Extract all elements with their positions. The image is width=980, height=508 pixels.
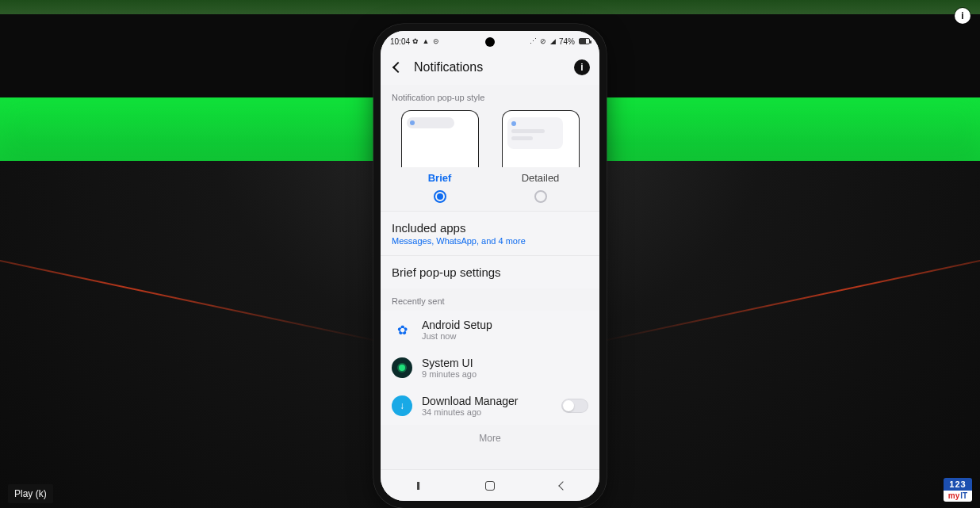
recent-item-time: Just now <box>422 331 492 341</box>
back-button[interactable] <box>389 58 408 77</box>
status-right-icons: ⋰ ⊘ ◢ <box>530 37 557 45</box>
nav-home-button[interactable] <box>474 474 506 498</box>
nav-recent-button[interactable]: III <box>401 474 433 498</box>
punch-hole-camera <box>485 37 495 47</box>
recent-item-android-setup[interactable]: ✿ Android Setup Just now <box>381 311 599 349</box>
brief-label: Brief <box>428 172 452 184</box>
recent-item-name: Download Manager <box>422 395 518 407</box>
popup-style-brief[interactable]: Brief <box>395 110 484 203</box>
detailed-radio[interactable] <box>534 190 547 203</box>
included-apps-title: Included apps <box>392 221 588 235</box>
nav-back-button[interactable] <box>547 474 579 498</box>
logo-it: IT <box>960 491 967 501</box>
recent-item-download-manager[interactable]: ↓ Download Manager 34 minutes ago <box>381 387 599 425</box>
download-icon: ↓ <box>392 395 412 416</box>
gear-icon: ✿ <box>392 319 412 340</box>
recents-icon: III <box>416 479 419 492</box>
chevron-left-icon <box>392 62 404 73</box>
detailed-preview <box>502 110 580 167</box>
back-icon <box>558 481 567 490</box>
play-tooltip: Play (k) <box>8 484 53 503</box>
video-info-card-button[interactable]: i <box>955 8 970 24</box>
channel-logo: 123 my IT <box>944 478 972 502</box>
brief-preview <box>401 110 479 167</box>
logo-my: my <box>948 491 959 501</box>
phone-screen: 10:04 ✿ ▲ ⊝ ⋰ ⊘ ◢ 74% Notifications i No… <box>381 31 599 501</box>
page-title: Notifications <box>414 60 574 74</box>
popup-style-detailed[interactable]: Detailed <box>496 110 585 203</box>
recent-more-button[interactable]: More <box>381 425 599 458</box>
recent-item-time: 9 minutes ago <box>422 369 477 379</box>
system-ui-icon <box>392 357 412 378</box>
recent-item-name: System UI <box>422 357 477 369</box>
popup-style-row: Brief Detailed <box>381 107 599 204</box>
brief-radio[interactable] <box>434 190 446 203</box>
header-info-button[interactable]: i <box>574 59 590 75</box>
recent-item-system-ui[interactable]: System UI 9 minutes ago <box>381 349 599 387</box>
brief-popup-settings-row[interactable]: Brief pop-up settings <box>381 255 599 288</box>
phone-device: 10:04 ✿ ▲ ⊝ ⋰ ⊘ ◢ 74% Notifications i No… <box>373 24 607 508</box>
background-strip <box>0 0 980 14</box>
brief-popup-settings-title: Brief pop-up settings <box>392 265 588 279</box>
included-apps-row[interactable]: Included apps Messages, WhatsApp, and 4 … <box>381 211 599 255</box>
section-recent-label: Recently sent <box>381 288 599 311</box>
android-navbar: III <box>381 469 599 501</box>
recent-item-time: 34 minutes ago <box>422 407 518 417</box>
detailed-label: Detailed <box>522 172 560 184</box>
status-time: 10:04 <box>390 37 410 46</box>
recent-item-name: Android Setup <box>422 319 492 331</box>
status-battery-percent: 74% <box>559 37 575 46</box>
video-frame: 10:04 ✿ ▲ ⊝ ⋰ ⊘ ◢ 74% Notifications i No… <box>0 0 980 508</box>
settings-scroll[interactable]: Notification pop-up style Brief Detailed <box>381 85 599 469</box>
section-popup-style-label: Notification pop-up style <box>381 85 599 107</box>
home-icon <box>485 481 495 491</box>
download-manager-toggle[interactable] <box>561 399 588 413</box>
included-apps-sub: Messages, WhatsApp, and 4 more <box>392 236 588 246</box>
logo-top: 123 <box>944 478 972 491</box>
page-header: Notifications i <box>381 52 599 85</box>
battery-icon <box>579 38 590 44</box>
status-left-icons: ✿ ▲ ⊝ <box>412 37 440 45</box>
